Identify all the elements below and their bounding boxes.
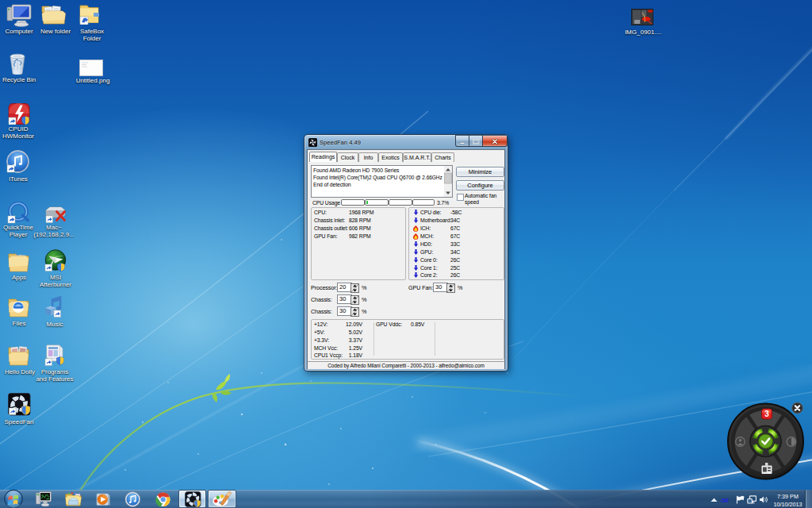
svg-text:3: 3: [764, 410, 769, 418]
